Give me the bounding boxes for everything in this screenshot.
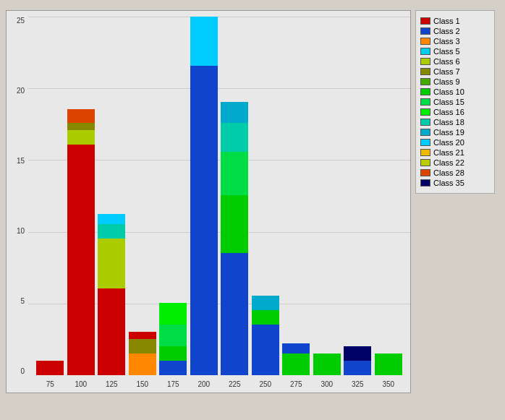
bar-segment	[221, 195, 248, 253]
legend-color-box	[420, 159, 430, 166]
bar-segment	[282, 353, 310, 375]
bar-stack	[98, 214, 125, 375]
legend-label: Class 16	[433, 108, 464, 116]
bar-segment	[375, 353, 402, 375]
legend-color-box	[420, 38, 430, 45]
legend-color-box	[420, 149, 430, 156]
legend-item: Class 22	[420, 158, 490, 167]
legend-label: Class 7	[433, 67, 460, 76]
bar-stack	[190, 17, 218, 375]
x-axis-label: 225	[220, 380, 250, 388]
legend-color-box	[420, 88, 430, 95]
legend-label: Class 3	[433, 37, 460, 46]
bar-segment	[129, 353, 156, 375]
bar-segment	[190, 66, 218, 375]
legend: Class 1Class 2Class 3Class 5Class 6Class…	[415, 10, 495, 194]
bars-container	[28, 17, 410, 375]
bar-segment	[252, 296, 279, 310]
bar-segment	[159, 303, 187, 325]
bar-segment	[190, 17, 218, 66]
bar-segment	[252, 325, 279, 375]
y-axis: 2520151050	[7, 11, 28, 393]
plot-container: 2520151050 75100125150175200225250275300…	[6, 10, 411, 393]
legend-color-box	[420, 169, 430, 176]
bar-segment	[159, 361, 187, 375]
bar-segment	[67, 130, 95, 145]
bar-segment	[159, 325, 187, 346]
bar-group	[374, 353, 404, 375]
x-axis-label: 125	[97, 380, 127, 388]
legend-color-box	[420, 129, 430, 136]
legend-color-box	[420, 179, 430, 187]
legend-color-box	[420, 48, 430, 55]
legend-label: Class 15	[433, 98, 464, 106]
legend-color-box	[420, 17, 430, 25]
chart-area: 2520151050 75100125150175200225250275300…	[6, 10, 499, 393]
y-axis-label: 20	[8, 87, 27, 95]
legend-color-box	[420, 139, 430, 146]
bar-group	[158, 303, 188, 375]
x-labels: 75100125150175200225250275300325350	[28, 375, 410, 393]
bar-segment	[344, 346, 371, 361]
bar-segment	[313, 353, 341, 375]
bar-group	[251, 296, 281, 375]
x-axis-label: 100	[67, 380, 96, 388]
bar-stack	[67, 109, 95, 375]
legend-color-box	[420, 68, 430, 75]
legend-color-box	[420, 98, 430, 106]
bar-segment	[129, 339, 156, 353]
legend-item: Class 10	[420, 87, 490, 96]
bar-segment	[67, 145, 95, 375]
x-axis-label: 150	[128, 380, 158, 388]
x-axis-label: 250	[251, 380, 281, 388]
x-axis-label: 175	[158, 380, 188, 388]
legend-label: Class 5	[433, 47, 460, 56]
outer-container: 2520151050 75100125150175200225250275300…	[0, 0, 505, 420]
legend-label: Class 1	[433, 17, 460, 25]
bar-stack	[282, 343, 310, 375]
bar-segment	[221, 123, 248, 152]
legend-item: Class 35	[420, 179, 490, 187]
bar-group	[97, 214, 127, 375]
legend-item: Class 16	[420, 108, 490, 116]
legend-item: Class 1	[420, 17, 490, 25]
bar-segment	[344, 361, 371, 375]
bar-group	[190, 17, 219, 375]
x-axis-label: 75	[35, 380, 65, 388]
bar-segment	[282, 343, 310, 353]
bar-segment	[129, 332, 156, 339]
x-axis-label: 275	[281, 380, 311, 388]
legend-item: Class 2	[420, 27, 490, 35]
legend-color-box	[420, 108, 430, 116]
bar-segment	[98, 214, 125, 224]
bar-segment	[221, 253, 248, 375]
bar-stack	[375, 353, 402, 375]
y-axis-label: 25	[8, 17, 27, 25]
bar-stack	[159, 303, 187, 375]
legend-color-box	[420, 58, 430, 65]
legend-label: Class 28	[433, 168, 464, 177]
legend-item: Class 5	[420, 47, 490, 56]
bar-stack	[252, 296, 279, 375]
bar-group	[343, 346, 373, 375]
legend-item: Class 21	[420, 148, 490, 157]
legend-item: Class 28	[420, 168, 490, 177]
bar-group	[128, 332, 158, 375]
bar-segment	[98, 224, 125, 239]
bar-stack	[344, 346, 371, 375]
legend-item: Class 19	[420, 128, 490, 137]
legend-item: Class 20	[420, 138, 490, 147]
legend-label: Class 22	[433, 158, 464, 167]
bar-segment	[221, 102, 248, 124]
legend-item: Class 3	[420, 37, 490, 46]
legend-color-box	[420, 27, 430, 35]
bar-segment	[67, 123, 95, 130]
legend-item: Class 6	[420, 57, 490, 66]
legend-label: Class 10	[433, 87, 464, 96]
bar-group	[281, 343, 311, 375]
legend-item: Class 7	[420, 67, 490, 76]
x-axis-label: 325	[343, 380, 373, 388]
x-axis-label: 200	[190, 380, 219, 388]
x-axis-label: 350	[374, 380, 404, 388]
bar-stack	[221, 102, 248, 375]
